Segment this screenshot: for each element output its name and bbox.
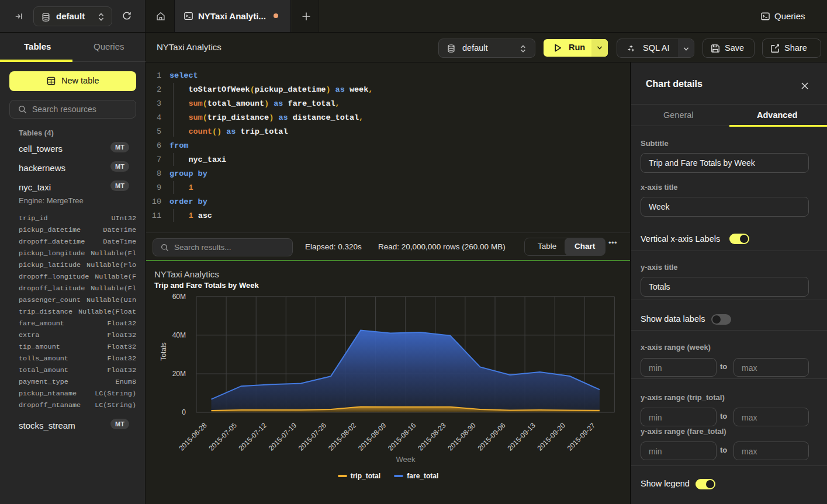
svg-text:2015-09-20: 2015-09-20 <box>536 421 568 453</box>
svg-text:60M: 60M <box>172 293 186 301</box>
svg-text:20M: 20M <box>172 370 186 378</box>
svg-text:2015-08-30: 2015-08-30 <box>446 421 477 453</box>
svg-text:2015-09-06: 2015-09-06 <box>476 421 507 453</box>
svg-text:2015-08-16: 2015-08-16 <box>386 421 418 453</box>
svg-text:Week: Week <box>396 455 416 464</box>
svg-text:2015-07-05: 2015-07-05 <box>207 421 238 453</box>
svg-text:2015-08-09: 2015-08-09 <box>357 421 388 453</box>
svg-text:0: 0 <box>182 408 186 416</box>
svg-text:40M: 40M <box>172 331 186 339</box>
svg-text:2015-09-13: 2015-09-13 <box>506 421 537 453</box>
svg-text:2015-07-19: 2015-07-19 <box>267 421 299 453</box>
svg-text:2015-07-26: 2015-07-26 <box>297 421 328 453</box>
svg-text:2015-06-28: 2015-06-28 <box>177 421 209 453</box>
svg-text:Totals: Totals <box>160 342 168 360</box>
svg-text:2015-07-12: 2015-07-12 <box>237 421 269 453</box>
svg-text:2015-09-27: 2015-09-27 <box>566 421 597 453</box>
svg-text:2015-08-23: 2015-08-23 <box>416 421 448 453</box>
svg-text:2015-08-02: 2015-08-02 <box>327 421 358 453</box>
